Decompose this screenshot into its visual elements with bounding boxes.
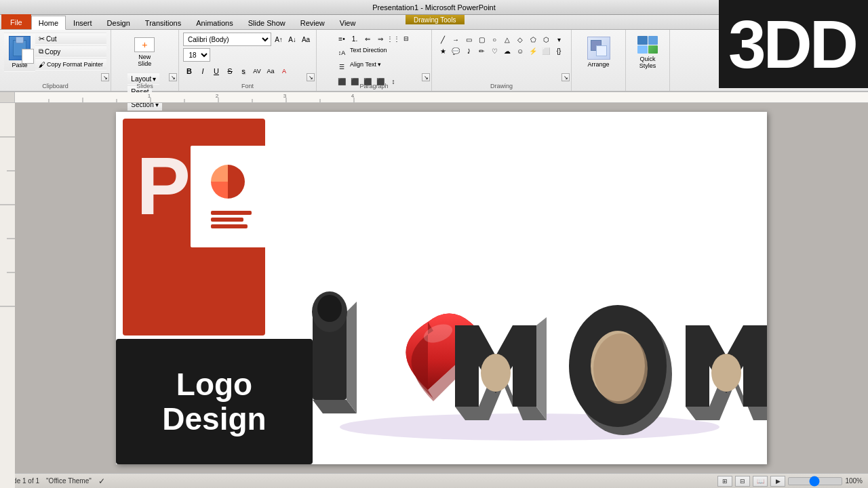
- shape-cloud[interactable]: ☁: [502, 45, 513, 56]
- new-slide-button[interactable]: New Slide: [127, 33, 161, 72]
- tab-slideshow[interactable]: Slide Show: [241, 16, 293, 29]
- increase-font-button[interactable]: A↑: [273, 33, 285, 45]
- slides-expand[interactable]: ↘: [169, 73, 177, 81]
- paragraph-expand[interactable]: ↘: [422, 73, 430, 81]
- svg-rect-15: [0, 103, 15, 488]
- tab-home[interactable]: Home: [31, 16, 66, 30]
- ruler-main: 1 2 3 4: [15, 92, 868, 102]
- title-text: Presentation1 - Microsoft PowerPoint: [372, 3, 496, 12]
- tab-transitions[interactable]: Transitions: [138, 16, 189, 29]
- shape-brace[interactable]: {}: [553, 45, 564, 56]
- font-label: Font: [179, 83, 316, 89]
- shape-circle[interactable]: ○: [489, 34, 500, 45]
- paragraph-label: Paragraph: [317, 83, 431, 89]
- shape-roundrect[interactable]: ▢: [476, 34, 487, 45]
- slide-panel[interactable]: P: [15, 103, 868, 473]
- paste-icon: [9, 36, 31, 60]
- svg-point-38: [711, 354, 741, 392]
- quick-styles-button[interactable]: Quick Styles: [630, 33, 665, 72]
- shape-heart[interactable]: ♡: [489, 45, 500, 56]
- paragraph-group: ≡• 1. ⇐ ⇒ ⋮⋮ ⊟ ↕A Text Direction ☰ Align…: [317, 30, 432, 91]
- slide-sorter-button[interactable]: ⊟: [735, 476, 750, 487]
- shape-smiley[interactable]: ☺: [515, 45, 526, 56]
- shape-connector[interactable]: ⤸: [463, 45, 474, 56]
- drawing-label: Drawing: [432, 83, 571, 89]
- copy-button[interactable]: ⧉Copy: [35, 45, 106, 58]
- slide-show-button[interactable]: ▶: [770, 476, 785, 487]
- spell-check-icon: ✓: [98, 476, 105, 486]
- shape-cube[interactable]: ⬜: [540, 45, 551, 56]
- shape-rect[interactable]: ▭: [463, 34, 474, 45]
- clipboard-expand[interactable]: ↘: [101, 73, 109, 81]
- main-area: P: [0, 103, 868, 473]
- change-case-button[interactable]: Aa: [264, 65, 277, 77]
- tab-animations[interactable]: Animations: [189, 16, 240, 29]
- svg-rect-0: [15, 92, 868, 103]
- cut-button[interactable]: ✂Cut: [35, 33, 106, 45]
- smart-art-button[interactable]: ⋮⋮: [387, 33, 399, 45]
- drawing-expand[interactable]: ↘: [561, 73, 570, 81]
- slides-group: New Slide Layout ▾ Reset Section ▾ Slide…: [111, 30, 179, 91]
- normal-view-button[interactable]: ⊞: [717, 476, 732, 487]
- shape-hexagon[interactable]: ⬡: [540, 34, 551, 45]
- shape-diamond[interactable]: ◇: [515, 34, 526, 45]
- tab-file[interactable]: File: [1, 14, 31, 29]
- svg-text:4: 4: [351, 93, 355, 99]
- powerpoint-logo: P: [116, 112, 279, 342]
- svg-text:3: 3: [283, 93, 287, 99]
- font-expand[interactable]: ↘: [307, 73, 315, 81]
- text-dir-button[interactable]: ↕A: [336, 47, 348, 59]
- svg-text:2: 2: [216, 93, 219, 99]
- font-name-select[interactable]: Calibri (Body): [183, 33, 271, 46]
- font-group: Calibri (Body) A↑ A↓ Aa 18 B I U S s AV …: [179, 30, 317, 91]
- clipboard-group: Paste ✂Cut ⧉Copy 🖌Copy Format Painter Cl…: [0, 30, 111, 91]
- shape-pentagon[interactable]: ⬠: [528, 34, 538, 45]
- clipboard-label: Clipboard: [0, 83, 111, 89]
- new-slide-icon: [134, 37, 155, 52]
- text-direction-label: Text Direction: [350, 47, 387, 59]
- paste-button[interactable]: Paste: [4, 33, 35, 72]
- tab-view[interactable]: View: [332, 16, 363, 29]
- numbering-button[interactable]: 1.: [349, 33, 361, 45]
- increase-indent-button[interactable]: ⇒: [374, 33, 387, 45]
- ruler: 1 2 3 4: [0, 92, 868, 103]
- status-right: ⊞ ⊟ 📖 ▶ 100%: [717, 476, 863, 487]
- bold-button[interactable]: B: [183, 65, 195, 77]
- slide-canvas: P: [116, 112, 767, 464]
- font-spacing-button[interactable]: AV: [251, 65, 263, 77]
- shape-freeform[interactable]: ✏: [476, 45, 487, 56]
- reading-view-button[interactable]: 📖: [753, 476, 768, 487]
- bullets-button[interactable]: ≡•: [336, 33, 348, 45]
- font-color-button[interactable]: A: [278, 65, 290, 77]
- shape-star[interactable]: ★: [437, 45, 448, 56]
- decrease-indent-button[interactable]: ⇐: [361, 33, 374, 45]
- align-text-button[interactable]: ☰: [336, 61, 348, 73]
- tab-insert[interactable]: Insert: [66, 16, 100, 29]
- columns-button[interactable]: ⊟: [400, 33, 412, 45]
- shadow-button[interactable]: s: [237, 65, 250, 77]
- align-text-label: Align Text ▾: [350, 61, 381, 73]
- arrange-button[interactable]: Arrange: [580, 33, 618, 72]
- mom-text: [292, 261, 767, 451]
- shape-arrow[interactable]: →: [450, 34, 461, 45]
- ruler-corner: [0, 92, 15, 103]
- left-ruler: [0, 103, 15, 473]
- shape-line[interactable]: ╱: [437, 34, 448, 45]
- shape-triangle[interactable]: △: [502, 34, 513, 45]
- tab-review[interactable]: Review: [293, 16, 332, 29]
- italic-button[interactable]: I: [197, 65, 209, 77]
- shape-more[interactable]: ▾: [553, 34, 564, 45]
- logo-design-box: Logo Design: [116, 339, 313, 464]
- strikethrough-button[interactable]: S: [224, 65, 236, 77]
- tab-design[interactable]: Design: [100, 16, 138, 29]
- decrease-font-button[interactable]: A↓: [286, 33, 298, 45]
- format-painter-button[interactable]: 🖌Copy Format Painter: [35, 58, 106, 70]
- shape-lightning[interactable]: ⚡: [528, 45, 538, 56]
- underline-button[interactable]: U: [210, 65, 222, 77]
- shape-callout[interactable]: 💬: [450, 45, 461, 56]
- shape-palette: ╱ → ▭ ▢ ○ △ ◇ ⬠ ⬡ ▾ ★ 💬 ⤸ ✏ ♡ ☁ ☺ ⚡ ⬜ {}: [436, 33, 567, 58]
- zoom-slider[interactable]: [788, 477, 842, 485]
- font-size-select[interactable]: 18: [183, 48, 210, 62]
- svg-point-27: [317, 295, 342, 322]
- clear-format-button[interactable]: Aa: [300, 33, 312, 45]
